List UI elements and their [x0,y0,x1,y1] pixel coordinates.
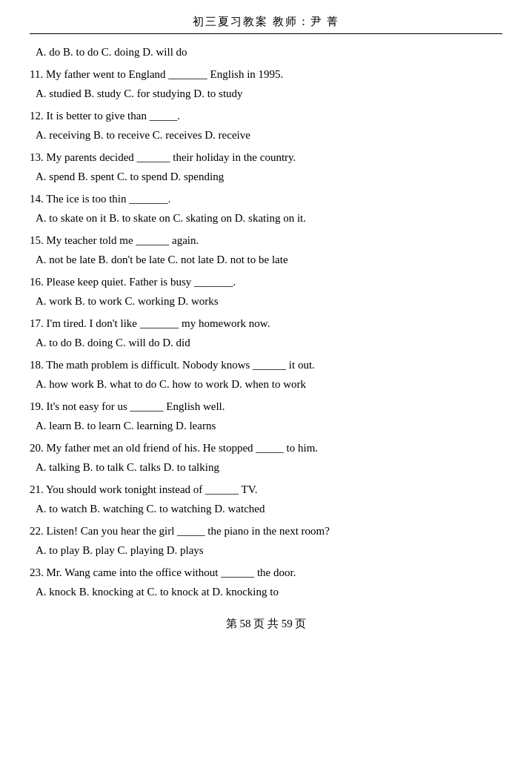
page: 初三夏习教案 教师：尹 菁 A. do B. to do C. doing D.… [0,0,532,757]
question-q12: 12. It is better to give than _____.A. r… [30,107,502,145]
options-q20: A. talking B. to talk C. talks D. to tal… [30,458,502,477]
page-footer: 第 58 页 共 59 页 [30,617,502,631]
options-q22: A. to play B. play C. playing D. plays [30,541,502,561]
footer-text: 第 58 页 共 59 页 [226,618,307,629]
options-q13: A. spend B. spent C. to spend D. spendin… [30,168,502,187]
options-q12: A. receiving B. to receive C. receives D… [30,126,502,145]
options-q17: A. to do B. doing C. will do D. did [30,334,502,353]
question-q22: 22. Listen! Can you hear the girl _____ … [30,522,502,561]
question-text-q13: 13. My parents decided ______ their holi… [30,148,502,168]
options-q15: A. not be late B. don't be late C. not l… [30,251,502,270]
question-q16: 16. Please keep quiet. Father is busy __… [30,273,502,311]
options-q11: A. studied B. study C. for studying D. t… [30,85,502,104]
top-options-text: A. do B. to do C. doing D. will do [30,43,502,62]
header-title: 初三夏习教案 教师：尹 菁 [193,16,340,27]
question-q18: 18. The math problem is difficult. Nobod… [30,356,502,394]
options-q21: A. to watch B. watching C. to watching D… [30,500,502,519]
question-text-q11: 11. My father went to England _______ En… [30,65,502,85]
top-options-row: A. do B. to do C. doing D. will do [30,43,502,62]
question-q23: 23. Mr. Wang came into the office withou… [30,563,502,602]
options-q23: A. knock B. knocking at C. to knock at D… [30,583,502,602]
question-text-q20: 20. My father met an old friend of his. … [30,439,502,458]
question-text-q22: 22. Listen! Can you hear the girl _____ … [30,522,502,541]
options-q18: A. how work B. what to do C. how to work… [30,375,502,394]
question-q11: 11. My father went to England _______ En… [30,65,502,104]
question-q19: 19. It's not easy for us ______ English … [30,397,502,436]
question-text-q12: 12. It is better to give than _____. [30,107,502,126]
question-q13: 13. My parents decided ______ their holi… [30,148,502,187]
question-text-q16: 16. Please keep quiet. Father is busy __… [30,273,502,292]
question-q17: 17. I'm tired. I don't like _______ my h… [30,314,502,353]
options-q16: A. work B. to work C. working D. works [30,292,502,311]
question-q20: 20. My father met an old friend of his. … [30,439,502,477]
question-text-q21: 21. You should work tonight instead of _… [30,480,502,500]
options-q14: A. to skate on it B. to skate on C. skat… [30,209,502,228]
question-text-q17: 17. I'm tired. I don't like _______ my h… [30,314,502,334]
options-q19: A. learn B. to learn C. learning D. lear… [30,417,502,436]
question-text-q15: 15. My teacher told me ______ again. [30,231,502,251]
question-q14: 14. The ice is too thin _______.A. to sk… [30,190,502,228]
question-q15: 15. My teacher told me ______ again.A. n… [30,231,502,270]
page-header: 初三夏习教案 教师：尹 菁 [30,15,502,34]
question-text-q14: 14. The ice is too thin _______. [30,190,502,209]
question-text-q23: 23. Mr. Wang came into the office withou… [30,563,502,583]
question-text-q18: 18. The math problem is difficult. Nobod… [30,356,502,375]
question-text-q19: 19. It's not easy for us ______ English … [30,397,502,417]
question-q21: 21. You should work tonight instead of _… [30,480,502,519]
questions-container: 11. My father went to England _______ En… [30,65,502,602]
